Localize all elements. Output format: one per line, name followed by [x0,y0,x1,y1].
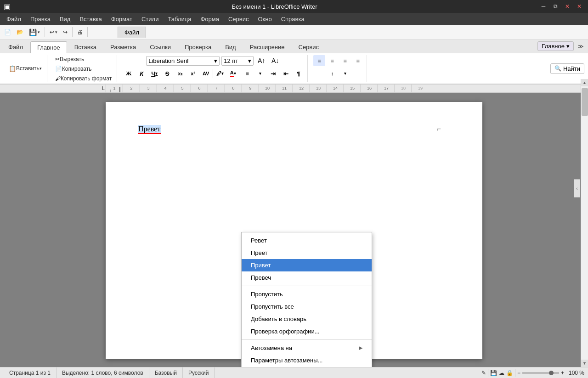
menu-file[interactable]: Файл [2,14,26,24]
ribbon-expand-button[interactable]: ≫ [576,42,586,51]
line-spacing-button[interactable]: ↕ [326,68,338,79]
print-button[interactable]: 🖨 [75,28,85,37]
menu-view[interactable]: Вид [55,14,75,24]
tab-insert[interactable]: Главное [30,41,67,53]
font-color-arrow[interactable]: ▾ [234,71,236,76]
action-skip[interactable]: Пропустить [242,288,372,300]
cut-button[interactable]: ✂ Вырезать [53,55,86,63]
redo-button[interactable]: ↪ [61,28,70,37]
shrink-font-button[interactable]: A↓ [269,55,281,66]
underline-button[interactable]: Ч ▾ [148,68,160,79]
document-word[interactable]: Превет [138,125,161,134]
underline-label: Ч [151,70,155,77]
align-justify-button[interactable]: ≡ [352,55,364,66]
scroll-down-button[interactable]: ▼ [581,360,588,367]
bold-button[interactable]: Ж [123,68,135,79]
spacing-dropdown[interactable]: ▾ [339,68,351,79]
unordered-list-button[interactable]: ≡ [241,68,253,79]
file-tab[interactable]: Файл [118,27,146,38]
page-corner-mark: ⌐ [437,125,441,133]
menu-insert[interactable]: Вставка [75,14,106,24]
undo-dropdown-icon[interactable]: ▾ [55,30,57,34]
save-button[interactable]: 💾 ▾ [27,27,42,37]
tab-ext[interactable]: Вид [219,41,243,53]
subscript-button[interactable]: x₂ [174,68,186,79]
tab-svc[interactable]: Сервис [292,41,326,53]
font-size-selector[interactable]: 12 пт ▾ [221,56,254,66]
superscript-button[interactable]: x² [187,68,199,79]
document-page[interactable]: Превет ⌐ Ревет Преет Привет Превеч Пропу… [106,102,482,359]
menu-window[interactable]: Окно [253,14,276,24]
indent-button[interactable]: ⇥ [267,68,279,79]
scroll-thumb[interactable] [582,93,588,116]
document-area[interactable]: Превет ⌐ Ревет Преет Привет Превеч Пропу… [0,93,588,367]
align-left-button[interactable]: ≡ [313,55,325,66]
tab-layout[interactable]: Вставка [68,41,103,53]
pilcrow-button[interactable]: ¶ [293,68,305,79]
menu-format[interactable]: Формат [107,14,137,24]
italic-button[interactable]: К [136,68,147,79]
new-button[interactable]: 📄 [2,28,13,37]
tab-main[interactable]: Файл [2,41,29,53]
strikethrough-button[interactable]: S [161,68,173,79]
menu-help[interactable]: Справка [277,14,309,24]
action-autocorrect[interactable]: Автозамена на ▶ [242,342,372,354]
suggestion-revet[interactable]: Ревет [242,234,372,247]
paste-dropdown[interactable]: ▾ [40,66,42,71]
underline-arrow[interactable]: ▾ [155,71,158,76]
grow-font-button[interactable]: A↑ [255,55,267,66]
tab-references-label: Ссылки [150,44,171,51]
menu-tools[interactable]: Сервис [224,14,254,24]
second-close-button[interactable]: ✕ [574,2,584,11]
paste-button[interactable]: 📋 Вставить ▾ [6,64,44,73]
suggestion-privet[interactable]: Привет [242,259,372,271]
action-skip-all[interactable]: Пропустить все [242,300,372,313]
suggestion-prevech[interactable]: Превеч [242,271,372,284]
copy-icon: 📄 [55,66,62,72]
align-center-button[interactable]: ≡ [326,55,338,66]
tab-review[interactable]: Ссылки [143,41,177,53]
font-color-button[interactable]: A ▾ [227,68,239,79]
suggestion-preet[interactable]: Преет [242,247,372,259]
tab-ext2[interactable]: Расширение [243,41,291,53]
home-dropdown-label: Главное [542,43,565,50]
font-name-selector[interactable]: Liberation Serif ▾ [146,56,220,66]
copy-format-button[interactable]: 🖌 Копировать формат [53,74,114,83]
highlight-button[interactable]: 🖊 ▾ [214,68,226,79]
menu-edit[interactable]: Правка [26,14,55,24]
home-dropdown[interactable]: Главное ▾ [537,41,574,51]
ordered-list-button[interactable]: ▾ [254,68,266,79]
action-add-dict[interactable]: Добавить в словарь [242,313,372,325]
status-right: ✎ 💾 ☁ 🔒 − + 100 % [481,369,584,377]
action-autocorrect-params[interactable]: Параметры автозамены... [242,354,372,367]
menu-form[interactable]: Форма [196,14,224,24]
undo-button[interactable]: ↩ ▾ [47,28,60,37]
highlight-arrow[interactable]: ▾ [221,71,224,76]
tab-references[interactable]: Разметка [104,41,142,53]
autocorrect-arrow: ▶ [359,345,362,351]
panel-expand-button[interactable]: ‹ [574,179,580,197]
close-button[interactable]: ✕ [562,2,572,11]
spacing-button[interactable]: AV [200,68,212,79]
zoom-out-icon[interactable]: − [517,370,520,376]
context-menu: Ревет Преет Привет Превеч Пропустить Про… [241,232,372,367]
menu-styles[interactable]: Стили [137,14,163,24]
open-button[interactable]: 📂 [14,28,26,37]
menu-table[interactable]: Таблица [163,14,196,24]
copy-button[interactable]: 📄 Копировать [53,65,94,73]
zoom-slider[interactable] [522,372,559,374]
outdent-button[interactable]: ⇤ [280,68,292,79]
find-button[interactable]: 🔍 Найти [550,63,584,74]
tab-view[interactable]: Проверка [178,41,218,53]
zoom-in-icon[interactable]: + [561,370,564,376]
minimize-button[interactable]: ─ [538,2,548,11]
suggestion-prevech-label: Превеч [251,274,271,281]
menu-bar: Файл Правка Вид Вставка Формат Стили Таб… [0,13,588,25]
action-spellcheck[interactable]: Проверка орфографии... [242,325,372,338]
align-right-button[interactable]: ≡ [339,55,351,66]
save-dropdown-icon[interactable]: ▾ [38,30,40,34]
tab-insert-label: Вставка [74,44,96,51]
restore-button[interactable]: ⧉ [550,2,560,11]
vertical-scrollbar[interactable]: ▲ ▼ [581,93,588,367]
scroll-track[interactable] [581,93,588,360]
